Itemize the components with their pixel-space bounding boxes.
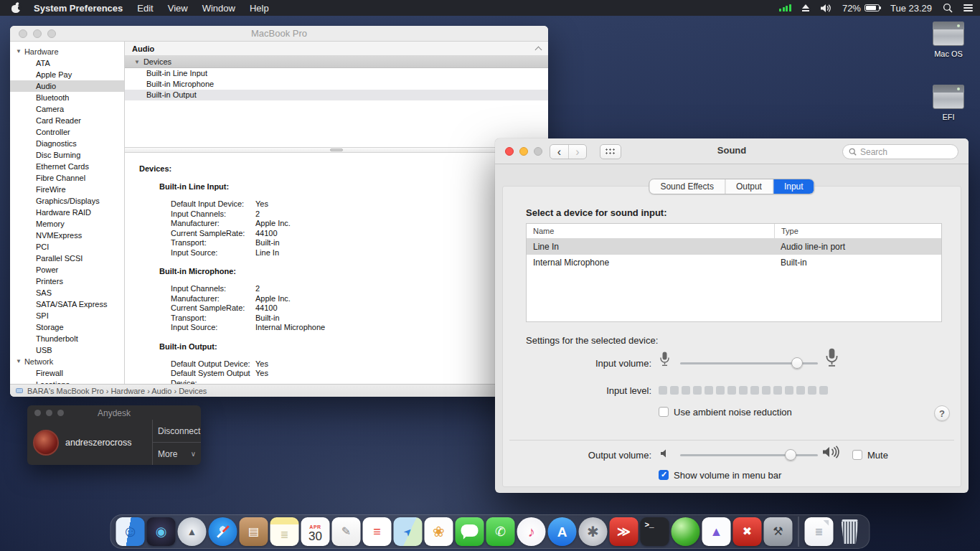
sidebar-item-parallel-scsi[interactable]: Parallel SCSI xyxy=(10,253,124,264)
dock-terminal-icon[interactable]: >_ xyxy=(641,517,669,546)
menu-list-icon[interactable] xyxy=(963,3,973,14)
disconnect-button[interactable]: Disconnect xyxy=(153,420,201,443)
dock-document-icon[interactable]: ≣ xyxy=(805,517,834,546)
sidebar-item-usb[interactable]: USB xyxy=(10,344,124,356)
dock-calendar-icon[interactable]: APR30 xyxy=(301,517,330,546)
output-volume-slider-thumb[interactable] xyxy=(785,449,796,461)
dock-facetime-icon[interactable]: ✆ xyxy=(486,517,515,546)
dock-red-arrows-app-icon[interactable]: ≫ xyxy=(610,517,639,546)
sidebar-item-ata[interactable]: ATA xyxy=(10,57,124,69)
back-button[interactable]: ‹ xyxy=(550,145,568,159)
forward-button[interactable]: › xyxy=(568,145,586,159)
search-icon[interactable] xyxy=(943,3,953,13)
apple-menu[interactable] xyxy=(7,2,27,14)
menu-item-edit[interactable]: Edit xyxy=(130,3,160,14)
show-volume-label[interactable]: Show volume in menu bar xyxy=(674,470,781,481)
menu-app-name[interactable]: System Preferences xyxy=(27,3,130,14)
sidebar-item-thunderbolt[interactable]: Thunderbolt xyxy=(10,333,124,344)
close-button[interactable] xyxy=(505,147,514,156)
dock-safari-icon[interactable] xyxy=(209,517,237,546)
menu-item-view[interactable]: View xyxy=(161,3,195,14)
search-input[interactable] xyxy=(860,147,952,157)
tab-output[interactable]: Output xyxy=(725,179,773,194)
sidebar-item-ethernet-cards[interactable]: Ethernet Cards xyxy=(10,161,124,172)
column-header-type[interactable]: Type xyxy=(774,224,941,238)
sidebar-item-spi[interactable]: SPI xyxy=(10,310,124,321)
search-field[interactable] xyxy=(842,144,958,159)
eject-icon[interactable] xyxy=(802,4,809,11)
splitter-handle[interactable] xyxy=(330,149,343,151)
show-volume-checkbox[interactable] xyxy=(659,470,669,480)
dock-system-preferences-icon[interactable]: ✱ xyxy=(579,517,608,546)
sound-toolbar[interactable]: ‹ › Sound xyxy=(495,138,969,164)
desktop-icon-mac-os[interactable]: Mac OS xyxy=(921,22,976,58)
dock-prism-app-icon[interactable]: ▲ xyxy=(702,517,731,546)
disclosure-triangle-icon[interactable]: ▼ xyxy=(16,46,22,57)
sidebar-item-fibre-channel[interactable]: Fibre Channel xyxy=(10,172,124,184)
sidebar-item-locations[interactable]: Locations xyxy=(10,379,124,384)
zoom-button[interactable] xyxy=(534,147,542,156)
menu-clock[interactable]: Tue 23.29 xyxy=(890,3,932,14)
column-header-name[interactable]: Name xyxy=(527,224,774,238)
input-volume-slider[interactable] xyxy=(680,362,818,364)
tab-sound-effects[interactable]: Sound Effects xyxy=(649,179,725,194)
sidebar-item-firewire[interactable]: FireWire xyxy=(10,184,124,195)
sidebar-item-nvmexpress[interactable]: NVMExpress xyxy=(10,230,124,241)
sidebar-item-apple-pay[interactable]: Apple Pay xyxy=(10,69,124,80)
table-header[interactable]: Name Type xyxy=(527,224,941,239)
disclosure-triangle-icon[interactable]: ▼ xyxy=(16,356,22,367)
sidebar-item-camera[interactable]: Camera xyxy=(10,103,124,115)
sidebar-group-hardware[interactable]: ▼ Hardware xyxy=(10,46,124,57)
device-row-built-in-line-input[interactable]: Built-in Line Input xyxy=(125,68,548,79)
dock-red-cross-app-icon[interactable]: ✖ xyxy=(733,517,762,546)
minimize-button[interactable] xyxy=(33,29,42,38)
sidebar-item-disc-burning[interactable]: Disc Burning xyxy=(10,149,124,161)
menu-item-help[interactable]: Help xyxy=(242,3,276,14)
ambient-noise-label[interactable]: Use ambient noise reduction xyxy=(674,407,792,418)
sidebar-item-audio[interactable]: Audio xyxy=(10,80,124,92)
show-all-button[interactable] xyxy=(600,144,621,159)
dock-launchpad-icon[interactable]: ▲ xyxy=(178,517,207,546)
dock-textedit-icon[interactable]: ✎ xyxy=(332,517,361,546)
collapse-chevron-icon[interactable] xyxy=(535,46,542,53)
close-button[interactable] xyxy=(19,29,27,38)
splitter[interactable] xyxy=(125,147,548,153)
dock-siri-icon[interactable]: ◉ xyxy=(147,517,176,546)
desktop-icon-efi[interactable]: EFI xyxy=(921,85,976,121)
sidebar-item-storage[interactable]: Storage xyxy=(10,321,124,333)
volume-icon[interactable] xyxy=(820,4,831,13)
sidebar-item-hardware-raid[interactable]: Hardware RAID xyxy=(10,207,124,218)
sidebar-item-diagnostics[interactable]: Diagnostics xyxy=(10,138,124,149)
battery-indicator[interactable]: 72% xyxy=(842,3,880,14)
dock-photos-icon[interactable]: ❀ xyxy=(425,517,453,546)
sidebar-item-card-reader[interactable]: Card Reader xyxy=(10,115,124,126)
zoom-button[interactable] xyxy=(47,29,56,38)
sidebar-item-sata-sata-express[interactable]: SATA/SATA Express xyxy=(10,298,124,310)
dock-maps-icon[interactable]: ➤ xyxy=(394,517,423,546)
sidebar-group-network[interactable]: ▼ Network xyxy=(10,356,124,367)
dock-messages-icon[interactable] xyxy=(456,517,484,546)
system-information-titlebar[interactable]: MacBook Pro xyxy=(10,26,548,42)
dock-trash-icon[interactable] xyxy=(836,517,864,546)
device-table-row[interactable]: Internal MicrophoneBuilt-in xyxy=(527,255,941,270)
mute-checkbox[interactable] xyxy=(852,450,862,460)
dock-itunes-icon[interactable]: ♪ xyxy=(517,517,546,546)
sidebar-item-graphics-displays[interactable]: Graphics/Displays xyxy=(10,195,124,207)
help-button[interactable]: ? xyxy=(934,405,950,421)
dock-finder-icon[interactable]: ☺ xyxy=(116,517,145,546)
disclosure-triangle-icon[interactable]: ▼ xyxy=(134,59,140,65)
tab-input[interactable]: Input xyxy=(773,179,814,194)
dock-green-sphere-app-icon[interactable] xyxy=(672,517,700,546)
dock-reminders-icon[interactable]: ≡ xyxy=(363,517,392,546)
sidebar-item-controller[interactable]: Controller xyxy=(10,126,124,138)
dock-app-store-icon[interactable]: A xyxy=(548,517,577,546)
sidebar-item-memory[interactable]: Memory xyxy=(10,218,124,230)
anydesk-titlebar[interactable]: Anydesk xyxy=(27,405,201,420)
dock-contacts-icon[interactable]: ▤ xyxy=(240,517,268,546)
more-button[interactable]: More ∨ xyxy=(153,443,201,465)
device-table-row[interactable]: Line InAudio line-in port xyxy=(527,239,941,255)
output-volume-slider[interactable] xyxy=(680,454,818,456)
device-row-built-in-output[interactable]: Built-in Output xyxy=(125,90,548,100)
minimize-button[interactable] xyxy=(519,147,528,156)
sidebar-item-sas[interactable]: SAS xyxy=(10,287,124,298)
